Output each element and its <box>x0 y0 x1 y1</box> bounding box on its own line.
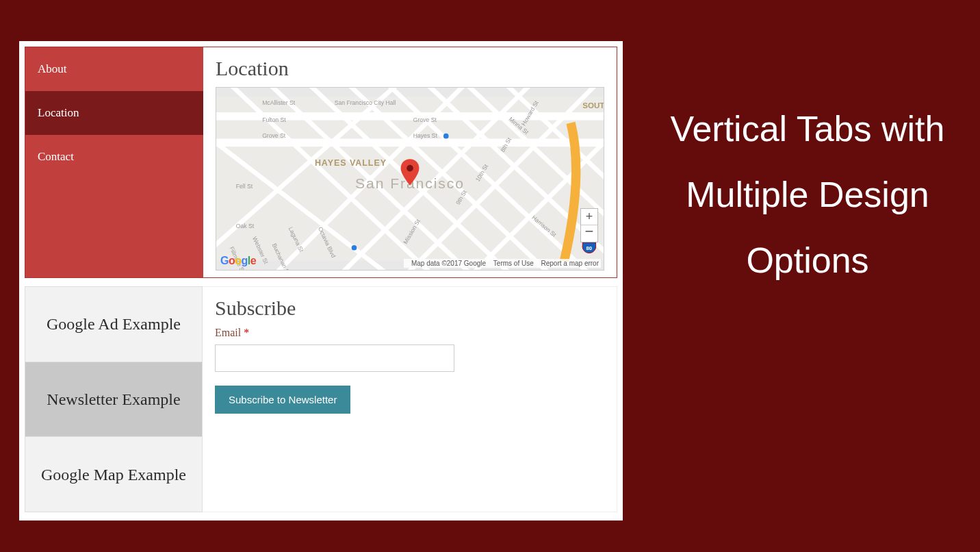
map-terms-link[interactable]: Terms of Use <box>493 260 534 267</box>
grey-vertical-tabs: Google Ad Example Newsletter Example Goo… <box>25 286 203 512</box>
map-zoom-controls: + − <box>580 208 598 242</box>
required-indicator: * <box>244 327 249 338</box>
subscribe-content: Subscribe Email * Subscribe to Newslette… <box>203 286 617 512</box>
email-label: Email * <box>215 327 604 339</box>
svg-point-42 <box>443 134 449 139</box>
svg-text:Grove St: Grove St <box>413 116 437 123</box>
tab-google-map[interactable]: Google Map Example <box>25 437 202 512</box>
tab-contact[interactable]: Contact <box>25 135 203 179</box>
svg-text:McAllister St: McAllister St <box>262 99 296 106</box>
upper-panel: About Location Contact Location <box>25 47 617 278</box>
location-content: Location <box>203 47 617 277</box>
tab-newsletter[interactable]: Newsletter Example <box>25 362 202 438</box>
svg-text:80: 80 <box>586 245 593 251</box>
tab-google-ad[interactable]: Google Ad Example <box>25 287 202 362</box>
svg-text:Fell St: Fell St <box>236 183 253 190</box>
map[interactable]: 80 HAYES VALLEY San Francisco SOUTH MARK… <box>216 87 604 271</box>
lower-panel: Google Ad Example Newsletter Example Goo… <box>25 286 617 512</box>
tab-location[interactable]: Location <box>25 91 203 135</box>
location-heading: Location <box>216 57 604 80</box>
svg-text:HAYES VALLEY: HAYES VALLEY <box>315 158 387 168</box>
zoom-out-button[interactable]: − <box>581 225 597 242</box>
tab-about[interactable]: About <box>25 47 203 91</box>
svg-text:San Francisco City Hall: San Francisco City Hall <box>335 99 396 106</box>
map-report-link[interactable]: Report a map error <box>541 260 599 267</box>
svg-text:Hayes St: Hayes St <box>413 132 438 139</box>
svg-text:Fulton St: Fulton St <box>262 116 286 123</box>
map-canvas: 80 HAYES VALLEY San Francisco SOUTH MARK… <box>216 88 604 270</box>
svg-text:SOUTH MARK: SOUTH MARK <box>582 101 604 110</box>
svg-text:Grove St: Grove St <box>262 132 286 139</box>
email-field[interactable] <box>215 344 454 372</box>
google-logo: Google <box>220 255 256 267</box>
demo-card: About Location Contact Location <box>19 41 623 520</box>
map-copyright: Map data ©2017 Google <box>411 260 486 267</box>
subscribe-button[interactable]: Subscribe to Newsletter <box>215 386 350 414</box>
red-vertical-tabs: About Location Contact <box>25 47 203 277</box>
svg-text:Oak St: Oak St <box>236 223 255 229</box>
subscribe-heading: Subscribe <box>215 297 604 320</box>
svg-point-41 <box>407 165 413 172</box>
slide-headline: Vertical Tabs with Multiple Design Optio… <box>664 96 951 294</box>
svg-point-43 <box>352 245 357 251</box>
map-attribution: Map data ©2017 Google Terms of Use Repor… <box>404 259 601 268</box>
